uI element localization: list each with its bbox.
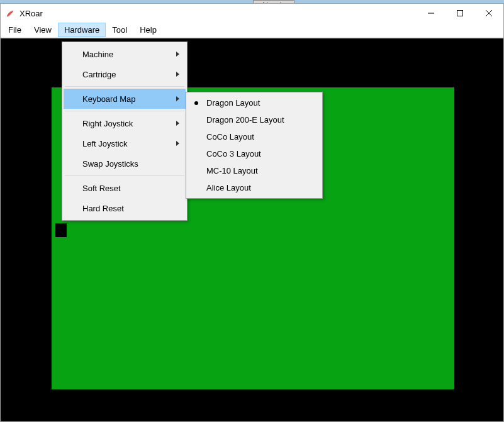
window-title: XRoar: [20, 9, 43, 18]
submenu-item-mc10-layout-label: MC-10 Layout: [206, 166, 258, 175]
menu-item-cartridge-label: Cartridge: [82, 70, 116, 79]
menu-hardware[interactable]: Hardware: [58, 23, 106, 37]
submenu-item-coco-layout-label: CoCo Layout: [206, 132, 254, 142]
menu-view-label: View: [34, 25, 52, 35]
menu-file-label: File: [8, 25, 21, 35]
hardware-menu-dropdown: Machine Cartridge Keyboard Map Right Joy…: [62, 42, 188, 221]
app-icon: [6, 8, 16, 18]
menubar: File View Hardware Tool Help: [1, 23, 503, 38]
maximize-button[interactable]: [445, 4, 474, 23]
titlebar[interactable]: XRoar: [1, 4, 503, 23]
menu-item-keyboard-map[interactable]: Keyboard Map: [64, 89, 186, 109]
submenu-item-dragon-200e-layout[interactable]: Dragon 200-E Layout: [188, 111, 321, 128]
menu-item-hard-reset[interactable]: Hard Reset: [64, 198, 186, 218]
minimize-button[interactable]: [417, 4, 445, 23]
submenu-item-alice-layout-label: Alice Layout: [206, 183, 251, 192]
submenu-item-coco-layout[interactable]: CoCo Layout: [188, 128, 321, 145]
menu-separator: [65, 86, 184, 87]
text-cursor: [55, 223, 67, 237]
menu-item-machine[interactable]: Machine: [64, 44, 186, 64]
menu-item-right-joystick[interactable]: Right Joystick: [64, 113, 186, 133]
menu-item-soft-reset-label: Soft Reset: [82, 184, 121, 193]
close-button[interactable]: [474, 4, 503, 23]
menu-view[interactable]: View: [28, 23, 58, 37]
menu-hardware-label: Hardware: [64, 25, 99, 35]
menu-file[interactable]: File: [2, 23, 28, 37]
menu-separator: [65, 175, 184, 176]
menu-item-machine-label: Machine: [82, 50, 113, 59]
menu-item-soft-reset[interactable]: Soft Reset: [64, 178, 186, 198]
menu-item-hard-reset-label: Hard Reset: [82, 204, 124, 213]
menu-item-swap-joysticks[interactable]: Swap Joysticks: [64, 153, 186, 174]
submenu-item-mc10-layout[interactable]: MC-10 Layout: [188, 162, 321, 179]
menu-tool[interactable]: Tool: [106, 23, 133, 37]
xroar-window: XRoar File View Hardware Tool Help AGEN …: [0, 3, 504, 422]
svg-rect-1: [457, 11, 463, 16]
menu-item-right-joystick-label: Right Joystick: [82, 119, 133, 128]
submenu-item-dragon-layout-label: Dragon Layout: [206, 98, 260, 108]
keyboard-map-submenu: Dragon Layout Dragon 200-E Layout CoCo L…: [186, 92, 323, 199]
menu-item-cartridge[interactable]: Cartridge: [64, 64, 186, 84]
menu-item-swap-joysticks-label: Swap Joysticks: [82, 159, 138, 169]
menu-separator: [65, 111, 184, 111]
window-controls: [417, 4, 503, 23]
submenu-item-dragon-layout[interactable]: Dragon Layout: [188, 94, 321, 111]
menu-tool-label: Tool: [112, 25, 127, 35]
menu-item-left-joystick-label: Left Joystick: [82, 139, 128, 148]
submenu-item-coco3-layout-label: CoCo 3 Layout: [206, 149, 261, 158]
radio-selected-icon: [194, 101, 198, 105]
submenu-item-alice-layout[interactable]: Alice Layout: [188, 179, 321, 196]
submenu-item-coco3-layout[interactable]: CoCo 3 Layout: [188, 145, 321, 162]
menu-help[interactable]: Help: [133, 23, 163, 37]
menu-help-label: Help: [140, 25, 157, 35]
menu-item-keyboard-map-label: Keyboard Map: [82, 94, 136, 104]
submenu-item-dragon-200e-layout-label: Dragon 200-E Layout: [206, 115, 284, 125]
menu-item-left-joystick[interactable]: Left Joystick: [64, 133, 186, 153]
